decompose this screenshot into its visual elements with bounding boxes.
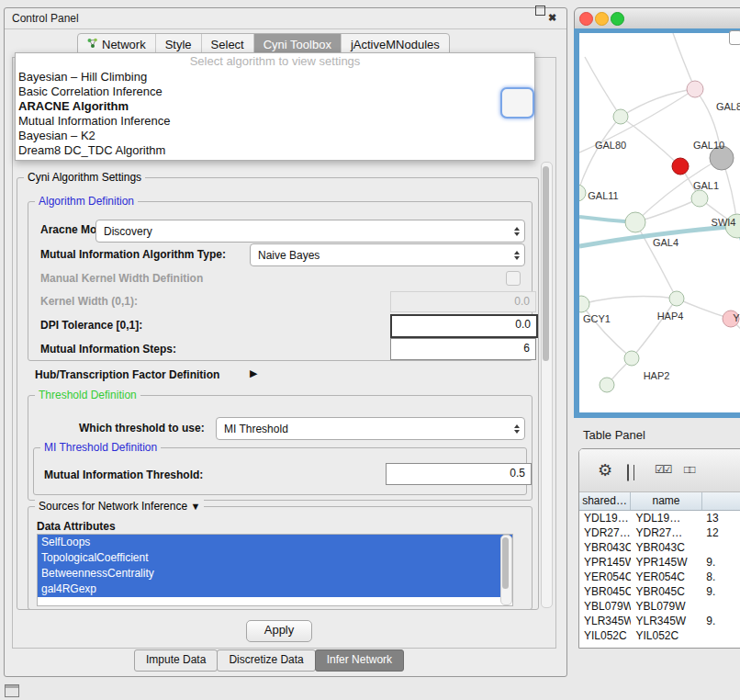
kernel-width-label: Kernel Width (0,1): bbox=[40, 295, 138, 308]
mi-algorithm-type-value: Naive Bayes bbox=[251, 249, 510, 262]
algorithm-option[interactable]: Basic Correlation Inference bbox=[16, 85, 534, 99]
settings-gear-icon[interactable]: ⚙ bbox=[598, 460, 612, 480]
network-edge[interactable] bbox=[581, 297, 677, 304]
network-node-hap4[interactable] bbox=[669, 291, 684, 306]
network-node-pink-top[interactable] bbox=[687, 81, 703, 97]
mi-algorithm-type-select[interactable]: Naive Bayes bbox=[250, 243, 525, 266]
table-row[interactable]: YBL079WYBL079W bbox=[579, 599, 740, 614]
close-traffic-light-icon[interactable] bbox=[579, 12, 593, 26]
network-icon bbox=[87, 38, 98, 51]
network-node-label: GCY1 bbox=[583, 313, 611, 324]
algorithm-option[interactable]: Bayesian – K2 bbox=[16, 129, 534, 143]
network-edge[interactable] bbox=[585, 57, 621, 117]
table-cell: YDL19… bbox=[579, 511, 631, 525]
which-threshold-select[interactable]: MI Threshold bbox=[216, 417, 525, 440]
zoom-traffic-light-icon[interactable] bbox=[611, 12, 624, 26]
table-row[interactable]: YDR27…YDR27…12 bbox=[579, 525, 740, 540]
network-canvas[interactable]: GAL8GAL80GAL10GAL11GAL1SWI4GAL4GCY1HAP4Y… bbox=[579, 33, 740, 412]
collapse-down-icon[interactable]: ▼ bbox=[190, 501, 200, 512]
dpi-tolerance-label: DPI Tolerance [0,1]: bbox=[40, 319, 142, 332]
hub-definition-label[interactable]: Hub/Transcription Factor Definition bbox=[35, 368, 219, 381]
algorithm-option[interactable]: ARACNE Algorithm bbox=[16, 99, 534, 114]
mi-threshold-field[interactable]: 0.5 bbox=[386, 463, 532, 485]
combo-stepper-icon bbox=[510, 424, 524, 434]
mi-steps-field[interactable]: 6 bbox=[390, 338, 536, 360]
unchecked-pair-icon[interactable]: □□ bbox=[684, 463, 694, 476]
table-panel-toolbar: ⚙ ☑☑ □□ bbox=[579, 449, 740, 492]
table-row[interactable]: YBR043CYBR043C bbox=[579, 540, 740, 555]
settings-scrollbar-thumb[interactable] bbox=[543, 166, 549, 361]
table-cell: YDL19… bbox=[631, 511, 701, 525]
close-icon[interactable]: ✖ bbox=[548, 12, 556, 24]
minimize-traffic-light-icon[interactable] bbox=[595, 12, 609, 26]
table-cell: 8. bbox=[701, 570, 740, 584]
bottom-tab-discretize-data[interactable]: Discretize Data bbox=[217, 649, 315, 672]
table-row[interactable]: YIL052CYIL052C bbox=[579, 628, 740, 643]
algorithm-combobox-focus-fragment[interactable] bbox=[500, 87, 534, 119]
network-node-hap2[interactable] bbox=[624, 351, 639, 366]
algorithm-dropdown-popup: Select algorithm to view settings Bayesi… bbox=[15, 52, 535, 161]
network-edge[interactable] bbox=[621, 117, 680, 166]
network-node-bottom-green[interactable] bbox=[600, 378, 614, 392]
manual-kernel-width-checkbox[interactable] bbox=[506, 271, 521, 286]
attribute-list-item[interactable]: gal4RGexp bbox=[38, 581, 512, 597]
network-node-red[interactable] bbox=[672, 158, 689, 175]
control-panel-titlebar[interactable]: Control Panel bbox=[5, 8, 566, 29]
attribute-list-item[interactable]: BetweennessCentrality bbox=[38, 566, 512, 581]
table-cell: 9. bbox=[701, 555, 740, 570]
apply-button[interactable]: Apply bbox=[246, 620, 312, 642]
aracne-mode-value: Discovery bbox=[96, 225, 510, 238]
expand-right-icon[interactable]: ▶ bbox=[250, 367, 257, 379]
table-row[interactable]: YPR145WYPR145W9. bbox=[579, 555, 740, 570]
attribute-list-item[interactable]: TopologicalCoefficient bbox=[38, 550, 512, 566]
kernel-width-field[interactable]: 0.0 bbox=[390, 291, 536, 312]
algorithm-option[interactable]: Mutual Information Inference bbox=[16, 114, 534, 129]
table-column-header[interactable] bbox=[702, 492, 740, 510]
table-cell: 9. bbox=[701, 614, 740, 628]
network-edge[interactable] bbox=[632, 299, 677, 358]
column-layout-icon[interactable] bbox=[627, 464, 629, 481]
table-row[interactable]: YLR345WYLR345W9. bbox=[579, 614, 740, 628]
table-cell: YPR145W bbox=[579, 555, 631, 570]
algorithm-option[interactable]: Bayesian – Hill Climbing bbox=[16, 70, 534, 85]
network-node-gcy1[interactable] bbox=[579, 296, 589, 312]
checked-pair-icon[interactable]: ☑☑ bbox=[655, 463, 671, 476]
float-window-icon[interactable] bbox=[535, 6, 545, 16]
sources-title-row[interactable]: Sources for Network Inference ▼ bbox=[35, 500, 204, 513]
threshold-definition-title: Threshold Definition bbox=[35, 389, 140, 401]
network-tool-fragment[interactable] bbox=[729, 30, 740, 45]
aracne-mode-select[interactable]: Discovery bbox=[95, 220, 525, 243]
network-edge[interactable] bbox=[579, 117, 621, 193]
table-row[interactable]: YBR045CYBR045C9. bbox=[579, 584, 740, 599]
table-cell: YER054C bbox=[631, 570, 701, 584]
network-node-label: HAP2 bbox=[644, 370, 670, 381]
bottom-tab-infer-network[interactable]: Infer Network bbox=[315, 649, 404, 672]
table-row[interactable]: YER054CYER054C8. bbox=[579, 570, 740, 584]
network-node-gal1[interactable] bbox=[691, 190, 708, 207]
bottom-tab-impute-data[interactable]: Impute Data bbox=[134, 649, 218, 672]
algorithm-dropdown-options: Bayesian – Hill ClimbingBasic Correlatio… bbox=[16, 70, 534, 158]
network-node-label: GAL10 bbox=[693, 140, 724, 151]
network-node-green-a[interactable] bbox=[613, 109, 628, 124]
data-attributes-list[interactable]: SelfLoopsTopologicalCoefficientBetweenne… bbox=[37, 534, 513, 606]
algorithm-option[interactable]: Dream8 DC_TDC Algorithm bbox=[16, 143, 534, 158]
network-edge[interactable] bbox=[581, 304, 632, 358]
attribute-list-item[interactable]: SelfLoops bbox=[38, 535, 512, 550]
table-header: shared…name bbox=[579, 492, 740, 511]
attributes-list-scrollbar-thumb[interactable] bbox=[502, 537, 509, 589]
table-cell: YLR345W bbox=[631, 614, 701, 628]
table-column-header[interactable]: shared… bbox=[579, 492, 631, 510]
dpi-tolerance-field[interactable]: 0.0 bbox=[390, 314, 538, 338]
settings-scrollbar[interactable] bbox=[541, 162, 553, 608]
panel-dock-icon[interactable] bbox=[5, 684, 19, 697]
network-node-gal4[interactable] bbox=[625, 212, 645, 232]
table-column-header[interactable]: name bbox=[631, 492, 702, 510]
table-body: YDL19…YDL19…13YDR27…YDR27…12YBR043CYBR04… bbox=[579, 511, 740, 643]
network-node-label: GAL11 bbox=[588, 190, 618, 201]
table-row[interactable]: YDL19…YDL19…13 bbox=[579, 511, 740, 525]
attributes-list-scrollbar[interactable] bbox=[500, 535, 512, 605]
combo-stepper-icon bbox=[510, 227, 524, 236]
network-edge[interactable] bbox=[673, 33, 695, 89]
network-node-gal11[interactable] bbox=[579, 185, 586, 201]
table-cell: YLR345W bbox=[579, 614, 631, 628]
